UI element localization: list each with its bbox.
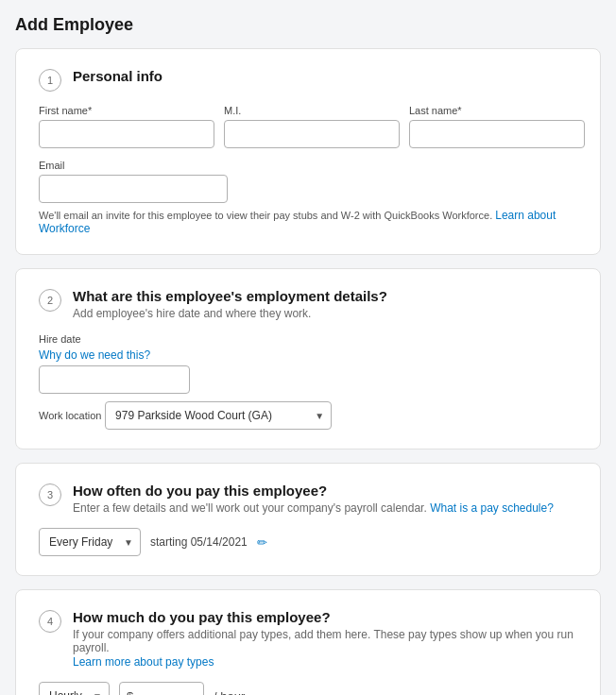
hire-date-input[interactable] [39, 365, 190, 394]
learn-pay-types-link[interactable]: Learn more about pay types [73, 655, 214, 669]
pay-type-select[interactable]: Hourly [39, 682, 110, 695]
first-name-input[interactable] [39, 120, 214, 148]
step-2-circle: 2 [39, 289, 61, 312]
step-1-circle: 1 [39, 69, 61, 92]
section-4-title: How much do you pay this employee? [73, 609, 577, 625]
hire-date-label: Hire date [39, 333, 577, 345]
pay-amount-section: 4 How much do you pay this employee? If … [15, 589, 601, 695]
section-4-header: 4 How much do you pay this employee? If … [39, 609, 577, 669]
dollar-sign: $ [127, 689, 133, 696]
section-1-header: 1 Personal info [39, 68, 577, 92]
first-name-group: First name* [39, 105, 214, 148]
section-2-subtitle: Add employee's hire date and where they … [73, 307, 387, 320]
section-4-title-group: How much do you pay this employee? If yo… [73, 609, 577, 669]
section-3-title: How often do you pay this employee? [73, 483, 554, 499]
section-2-title: What are this employee's employment deta… [73, 288, 387, 304]
mi-group: M.I. [224, 105, 400, 148]
dollar-input-wrapper: $ [119, 682, 204, 695]
email-note: We'll email an invite for this employee … [39, 209, 577, 235]
section-2-header: 2 What are this employee's employment de… [39, 288, 577, 320]
section-4-subtitle: If your company offers additional pay ty… [73, 628, 577, 654]
last-name-label: Last name* [409, 105, 585, 116]
pay-amount-row: Hourly ▼ $ / hour [39, 682, 577, 695]
pay-frequency-select-wrapper: Every Friday ▼ [39, 528, 141, 556]
what-pay-schedule-link[interactable]: What is a pay schedule? [430, 501, 554, 515]
work-location-group: Work location 979 Parkside Wood Court (G… [39, 401, 577, 430]
email-label: Email [39, 160, 228, 171]
hire-date-group: Hire date Why do we need this? [39, 333, 577, 394]
page-title: Add Employee [15, 15, 601, 35]
why-need-this-link[interactable]: Why do we need this? [39, 348, 577, 362]
pay-frequency-section: 3 How often do you pay this employee? En… [15, 463, 601, 576]
name-row: First name* M.I. Last name* [39, 105, 577, 148]
pay-type-select-wrapper: Hourly ▼ [39, 682, 110, 695]
work-location-select-wrapper: 979 Parkside Wood Court (GA) ▼ [105, 401, 332, 430]
starting-date-text: starting 05/14/2021 [150, 535, 248, 549]
section-3-subtitle: Enter a few details and we'll work out y… [73, 501, 554, 515]
last-name-group: Last name* [409, 105, 585, 148]
employment-details-section: 2 What are this employee's employment de… [15, 268, 601, 449]
section-1-title-group: Personal info [73, 68, 163, 87]
section-1-title: Personal info [73, 68, 163, 84]
personal-info-section: 1 Personal info First name* M.I. Last na… [15, 48, 601, 255]
mi-label: M.I. [224, 105, 400, 116]
step-4-circle: 4 [39, 610, 61, 633]
pay-schedule-row: Every Friday ▼ starting 05/14/2021 ✏ [39, 528, 577, 556]
pay-frequency-select[interactable]: Every Friday [39, 528, 141, 556]
email-input[interactable] [39, 175, 228, 203]
step-3-circle: 3 [39, 483, 61, 506]
edit-icon[interactable]: ✏ [257, 535, 267, 550]
work-location-select[interactable]: 979 Parkside Wood Court (GA) [105, 401, 332, 430]
section-2-title-group: What are this employee's employment deta… [73, 288, 387, 320]
mi-input[interactable] [224, 120, 400, 148]
work-location-label: Work location [39, 410, 101, 421]
last-name-input[interactable] [409, 120, 585, 148]
email-group: Email [39, 160, 228, 203]
per-hour-label: / hour [214, 689, 245, 696]
first-name-label: First name* [39, 105, 214, 116]
section-3-title-group: How often do you pay this employee? Ente… [73, 483, 554, 515]
section-3-header: 3 How often do you pay this employee? En… [39, 483, 577, 515]
